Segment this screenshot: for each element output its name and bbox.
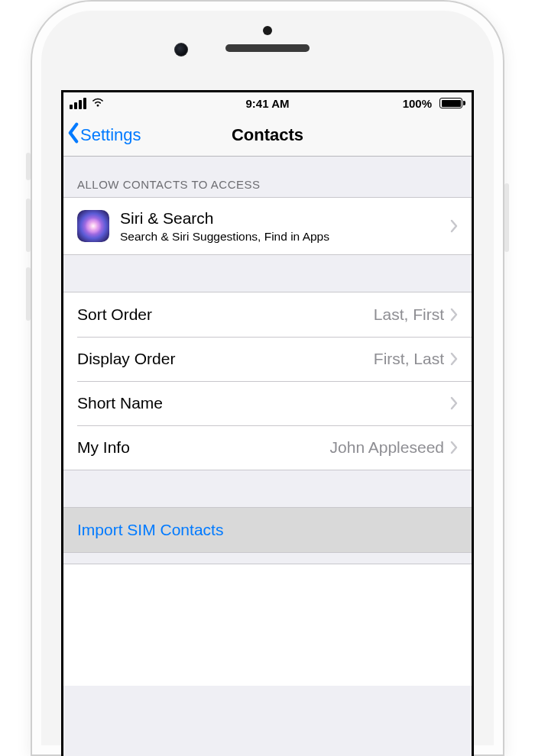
row-import-sim-contacts[interactable]: Import SIM Contacts [63,508,472,552]
screen: 9:41 AM 100% Settings Contacts Allow Con… [61,90,474,756]
back-label: Settings [80,125,141,145]
status-bar: 9:41 AM 100% [63,92,472,114]
earpiece-speaker [225,44,310,52]
phone-frame: 9:41 AM 100% Settings Contacts Allow Con… [31,0,504,756]
blank-area [63,564,472,686]
row-my-info[interactable]: My Info John Appleseed [63,425,472,470]
front-camera [174,43,188,57]
action-label: Import SIM Contacts [77,521,223,539]
chevron-right-icon [450,396,458,410]
chevron-right-icon [450,219,458,233]
mute-switch [26,153,31,180]
row-sort-order[interactable]: Sort Order Last, First [63,292,472,337]
row-siri-search[interactable]: Siri & Search Search & Siri Suggestions,… [63,198,472,254]
row-value: Last, First [374,305,450,324]
chevron-right-icon [450,441,458,454]
power-button [504,183,509,252]
chevron-left-icon [66,122,80,148]
row-display-order[interactable]: Display Order First, Last [63,337,472,381]
section-header-access: Allow Contacts to Access [63,157,472,197]
siri-icon [77,210,109,242]
settings-list: Allow Contacts to Access Siri & Search S… [63,157,472,686]
row-label: My Info [77,438,130,457]
row-short-name[interactable]: Short Name [63,381,472,425]
battery-icon [436,98,465,108]
page-title: Contacts [232,125,303,145]
siri-subtitle: Search & Siri Suggestions, Find in Apps [120,229,329,244]
cellular-signal-icon [70,98,86,109]
navigation-bar: Settings Contacts [63,114,472,157]
row-label: Short Name [77,394,163,412]
row-value: John Appleseed [330,438,450,457]
chevron-right-icon [450,308,458,321]
volume-down-button [26,267,31,321]
wifi-icon [91,97,105,110]
proximity-sensor [263,26,272,35]
status-time: 9:41 AM [246,97,290,110]
row-value: First, Last [374,350,450,368]
battery-percentage: 100% [403,97,432,110]
row-label: Display Order [77,350,175,368]
siri-title: Siri & Search [120,208,329,228]
volume-up-button [26,199,31,252]
back-button[interactable]: Settings [63,122,141,148]
row-label: Sort Order [77,305,152,324]
chevron-right-icon [450,352,458,366]
